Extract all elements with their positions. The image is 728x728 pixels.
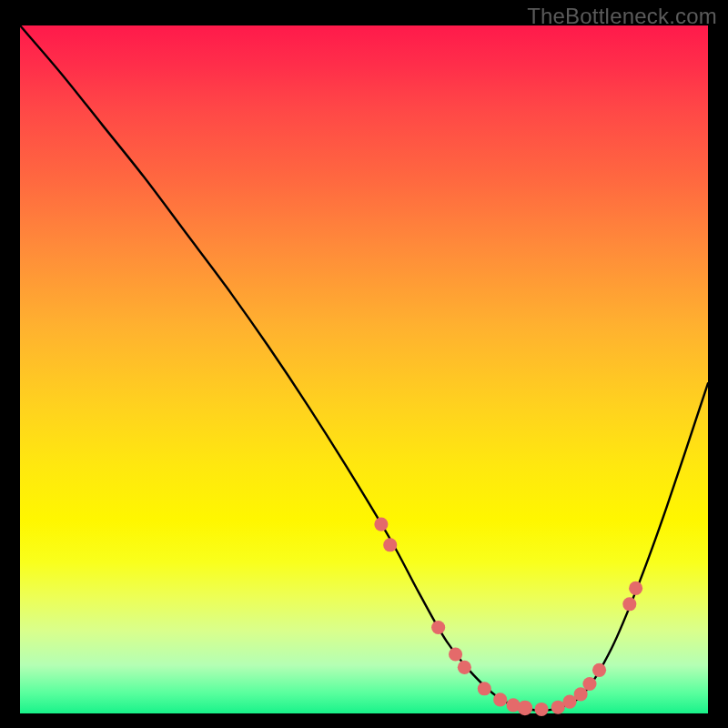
highlight-dot [551, 701, 565, 714]
highlight-dot [518, 701, 533, 716]
highlight-dot [374, 518, 388, 531]
chart-svg [20, 25, 708, 713]
highlight-dot [478, 682, 491, 695]
chart-frame: TheBottleneck.com [0, 0, 728, 728]
highlight-dot [629, 581, 642, 595]
highlight-dot [622, 597, 636, 611]
highlight-dot [383, 538, 397, 551]
highlight-dot [582, 677, 596, 691]
highlight-dot [574, 687, 588, 701]
highlight-dots [374, 518, 642, 716]
highlight-dot [493, 693, 507, 706]
highlight-dot [431, 621, 445, 634]
highlight-dot [449, 647, 462, 661]
watermark-text: TheBottleneck.com [527, 4, 717, 29]
highlight-dot [592, 663, 606, 677]
highlight-dot [458, 661, 471, 674]
plot-area [20, 25, 708, 713]
highlight-dot [534, 703, 548, 716]
bottleneck-curve [20, 25, 708, 711]
